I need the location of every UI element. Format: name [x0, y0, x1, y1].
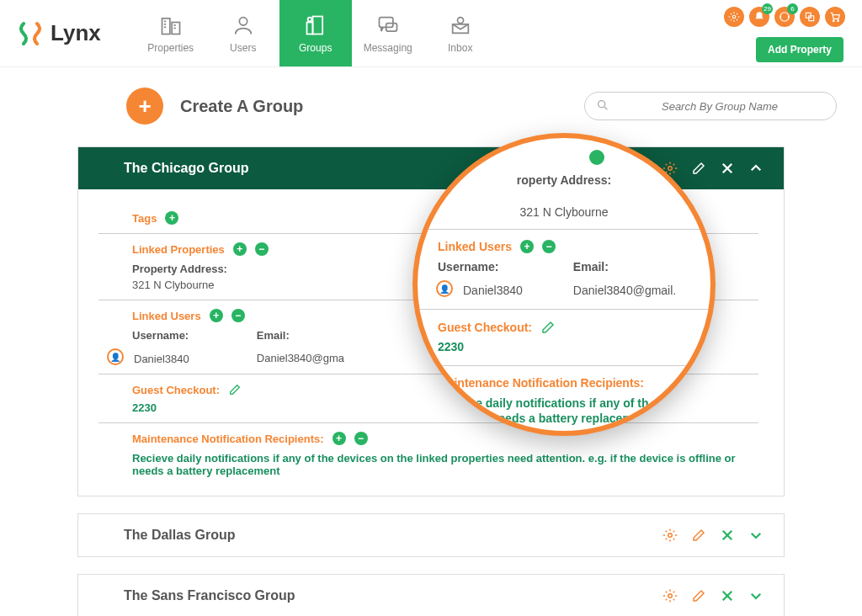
group-title: The Chicago Group	[124, 161, 248, 176]
svg-rect-1	[172, 22, 179, 34]
group-card-header[interactable]: The Dallas Group	[78, 514, 784, 556]
add-user-chip[interactable]: +	[210, 309, 223, 322]
email-value: Daniel3840@gma	[257, 352, 344, 364]
maintenance-title: Maintenance Notification Recipients: + −	[132, 432, 758, 445]
gear-icon[interactable]	[662, 588, 678, 603]
create-group-button[interactable]: +	[126, 88, 163, 125]
user-avatar-icon: 👤	[107, 348, 124, 365]
page-title: Create A Group	[180, 97, 303, 116]
main-nav: Properties Users Groups Messaging Inbox	[135, 0, 497, 66]
zoom-email-value: Daniel3840@gmail.	[573, 284, 676, 297]
brand-logo[interactable]: Lynx	[17, 20, 101, 47]
buildings-icon	[159, 13, 183, 37]
groups-icon	[304, 13, 327, 37]
add-tag-button[interactable]: +	[165, 211, 178, 225]
chat-icon	[376, 13, 400, 37]
add-recipient-chip[interactable]: +	[333, 432, 346, 445]
zoom-lens: roperty Address: 321 N Clybourne Linked …	[412, 133, 716, 436]
brand-name: Lynx	[51, 20, 101, 46]
edit-checkout-icon[interactable]	[228, 383, 242, 396]
user-avatar-icon: 👤	[436, 280, 453, 297]
svg-point-7	[239, 17, 247, 24]
add-user-chip[interactable]: +	[520, 240, 534, 253]
remove-recipient-chip[interactable]: −	[354, 432, 368, 445]
chevron-down-icon[interactable]	[748, 588, 764, 603]
copy-icon[interactable]	[800, 7, 820, 27]
zoom-guest-checkout-value: 2230	[438, 340, 690, 353]
group-card-sanfrancisco: The Sans Francisco Group	[77, 574, 785, 616]
search-input[interactable]	[584, 92, 837, 120]
nav-messaging[interactable]: Messaging	[352, 0, 424, 66]
svg-point-19	[833, 20, 834, 22]
top-bar: Lynx Properties Users Groups Messaging I…	[0, 0, 862, 67]
edit-checkout-icon[interactable]	[540, 320, 556, 335]
nav-inbox[interactable]: Inbox	[424, 0, 497, 66]
username-value: Daniel3840	[134, 353, 189, 365]
cart-icon[interactable]	[825, 7, 845, 27]
close-icon[interactable]	[720, 161, 735, 176]
edit-icon[interactable]	[691, 161, 706, 176]
svg-rect-9	[306, 22, 312, 34]
logo-icon	[17, 20, 44, 47]
chip-icon	[589, 150, 604, 165]
edit-icon[interactable]	[691, 588, 706, 603]
user-icon	[231, 13, 255, 37]
page-header: + Create A Group	[126, 88, 837, 125]
svg-point-15	[732, 15, 736, 19]
remove-user-chip[interactable]: −	[542, 240, 556, 253]
top-right-icons: 29 6	[724, 7, 845, 27]
svg-point-20	[838, 20, 839, 22]
svg-point-23	[668, 167, 673, 171]
group-card-dallas: The Dallas Group	[77, 513, 785, 557]
zoom-maintenance-title: Maintenance Notification Recipients:	[438, 376, 690, 390]
zoom-username-label: Username:	[438, 260, 523, 273]
zoom-prop-addr-value: 321 N Clybourne	[438, 205, 690, 219]
settings-icon[interactable]	[724, 7, 744, 27]
remove-property-chip[interactable]: −	[255, 242, 269, 256]
nav-properties[interactable]: Properties	[135, 0, 207, 66]
support-icon[interactable]: 6	[774, 7, 795, 27]
add-property-chip[interactable]: +	[233, 242, 247, 256]
svg-point-10	[307, 17, 311, 21]
close-icon[interactable]	[720, 588, 735, 603]
zoom-username-value: Daniel3840	[463, 284, 523, 297]
svg-point-29	[668, 594, 673, 598]
svg-point-26	[668, 534, 673, 538]
add-property-button[interactable]: Add Property	[756, 37, 843, 62]
svg-point-21	[599, 101, 605, 108]
maintenance-description: Recieve daily notifications if any of th…	[132, 452, 758, 477]
svg-line-22	[604, 107, 607, 109]
email-label: Email:	[257, 329, 344, 342]
group-card-header[interactable]: The Sans Francisco Group	[78, 575, 784, 616]
group-card-header[interactable]: The Chicago Group	[78, 147, 784, 189]
username-label: Username:	[132, 329, 189, 342]
zoom-email-label: Email:	[573, 260, 676, 273]
inbox-icon	[449, 13, 472, 37]
zoom-linked-users-title: Linked Users + −	[438, 240, 690, 253]
chevron-down-icon[interactable]	[748, 528, 764, 543]
group-title: The Sans Francisco Group	[124, 588, 295, 603]
nav-groups[interactable]: Groups	[279, 0, 352, 66]
svg-rect-8	[312, 16, 322, 34]
close-icon[interactable]	[720, 528, 735, 543]
group-title: The Dallas Group	[124, 528, 235, 543]
svg-point-13	[457, 17, 463, 23]
bell-icon[interactable]: 29	[749, 7, 769, 27]
remove-user-chip[interactable]: −	[231, 309, 245, 322]
zoom-prop-addr-label: roperty Address:	[517, 173, 611, 187]
zoom-guest-checkout-title: Guest Checkout:	[438, 320, 690, 335]
guest-checkout-value: 2230	[132, 401, 758, 414]
chevron-up-icon[interactable]	[748, 161, 764, 176]
gear-icon[interactable]	[662, 528, 678, 543]
search-icon	[596, 98, 609, 112]
nav-users[interactable]: Users	[207, 0, 279, 66]
svg-point-16	[780, 13, 790, 22]
edit-icon[interactable]	[691, 528, 706, 543]
